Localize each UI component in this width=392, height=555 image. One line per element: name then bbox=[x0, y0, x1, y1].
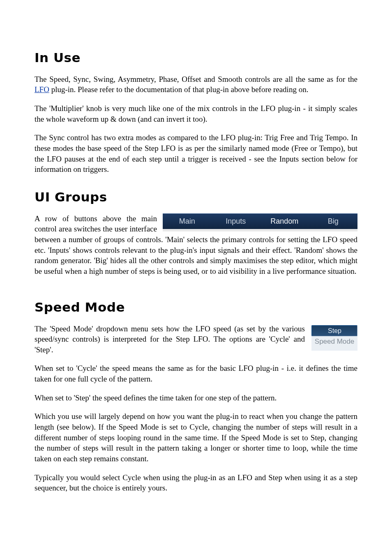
heading-speed-mode: Speed Mode bbox=[35, 299, 357, 316]
section-speed-mode: Speed Mode Step Speed Mode The 'Speed Mo… bbox=[35, 299, 357, 493]
speed-mode-paragraph-1: The 'Speed Mode' dropdown menu sets how … bbox=[35, 324, 357, 355]
ui-groups-tabbar: Main Inputs Random Big bbox=[163, 213, 357, 231]
speed-mode-label: Speed Mode bbox=[311, 336, 357, 351]
speed-mode-paragraph-3: When set to 'Step' the speed defines the… bbox=[35, 393, 357, 403]
speed-mode-paragraph-5: Typically you would select Cycle when us… bbox=[35, 472, 357, 493]
in-use-p1-prefix: The Speed, Sync, Swing, Asymmetry, Phase… bbox=[35, 75, 357, 83]
tab-inputs[interactable]: Inputs bbox=[212, 215, 261, 228]
tab-big[interactable]: Big bbox=[309, 215, 358, 228]
heading-in-use: In Use bbox=[35, 49, 357, 67]
in-use-paragraph-1: The Speed, Sync, Swing, Asymmetry, Phase… bbox=[35, 74, 357, 95]
lfo-link[interactable]: LFO bbox=[35, 85, 49, 94]
in-use-paragraph-2: The 'Multiplier' knob is very much like … bbox=[35, 103, 357, 124]
in-use-paragraph-3: The Sync control has two extra modes as … bbox=[35, 132, 357, 175]
speed-mode-widget: Step Speed Mode bbox=[311, 325, 357, 351]
section-ui-groups: UI Groups Main Inputs Random Big A row o… bbox=[35, 189, 357, 285]
speed-mode-dropdown[interactable]: Step bbox=[311, 325, 357, 337]
speed-mode-paragraph-2: When set to 'Cycle' the speed means the … bbox=[35, 363, 357, 384]
in-use-p1-suffix: plug-in. Please refer to the documentati… bbox=[49, 85, 309, 94]
speed-mode-paragraph-4: Which you use will largely depend on how… bbox=[35, 411, 357, 464]
tab-main[interactable]: Main bbox=[163, 215, 212, 228]
section-in-use: In Use The Speed, Sync, Swing, Asymmetry… bbox=[35, 49, 357, 175]
tab-random[interactable]: Random bbox=[260, 215, 309, 228]
heading-ui-groups: UI Groups bbox=[35, 189, 357, 206]
